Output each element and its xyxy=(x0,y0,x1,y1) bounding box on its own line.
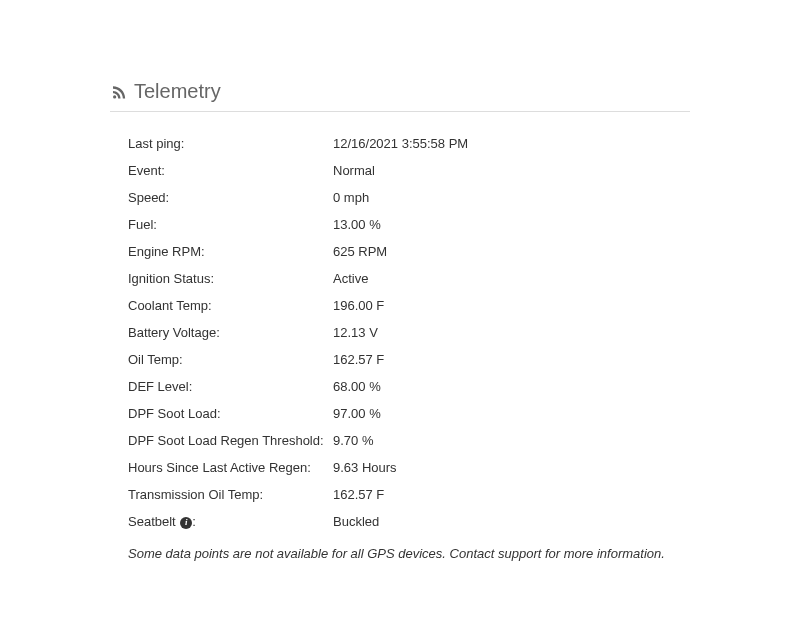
label-seatbelt-text: Seatbelt xyxy=(128,514,179,529)
info-icon[interactable]: i xyxy=(180,517,192,529)
panel-title: Telemetry xyxy=(134,80,221,103)
value-dpf-soot-load: 97.00 % xyxy=(333,407,690,420)
label-speed: Speed: xyxy=(128,191,333,204)
row-event: Event: Normal xyxy=(128,157,690,184)
row-hours-since-regen: Hours Since Last Active Regen: 9.63 Hour… xyxy=(128,454,690,481)
rss-icon xyxy=(110,83,128,101)
row-speed: Speed: 0 mph xyxy=(128,184,690,211)
row-seatbelt: Seatbelt i: Buckled xyxy=(128,508,690,536)
row-def-level: DEF Level: 68.00 % xyxy=(128,373,690,400)
label-coolant-temp: Coolant Temp: xyxy=(128,299,333,312)
value-last-ping: 12/16/2021 3:55:58 PM xyxy=(333,137,690,150)
label-battery-voltage: Battery Voltage: xyxy=(128,326,333,339)
label-dpf-regen-threshold: DPF Soot Load Regen Threshold: xyxy=(128,434,333,447)
label-oil-temp: Oil Temp: xyxy=(128,353,333,366)
row-fuel: Fuel: 13.00 % xyxy=(128,211,690,238)
label-seatbelt-colon: : xyxy=(192,514,196,529)
value-dpf-regen-threshold: 9.70 % xyxy=(333,434,690,447)
value-fuel: 13.00 % xyxy=(333,218,690,231)
label-event: Event: xyxy=(128,164,333,177)
value-def-level: 68.00 % xyxy=(333,380,690,393)
value-coolant-temp: 196.00 F xyxy=(333,299,690,312)
row-ignition-status: Ignition Status: Active xyxy=(128,265,690,292)
label-transmission-oil-temp: Transmission Oil Temp: xyxy=(128,488,333,501)
row-dpf-soot-load: DPF Soot Load: 97.00 % xyxy=(128,400,690,427)
row-transmission-oil-temp: Transmission Oil Temp: 162.57 F xyxy=(128,481,690,508)
row-dpf-regen-threshold: DPF Soot Load Regen Threshold: 9.70 % xyxy=(128,427,690,454)
value-speed: 0 mph xyxy=(333,191,690,204)
value-ignition-status: Active xyxy=(333,272,690,285)
label-ignition-status: Ignition Status: xyxy=(128,272,333,285)
value-transmission-oil-temp: 162.57 F xyxy=(333,488,690,501)
telemetry-panel-header: Telemetry xyxy=(110,80,690,112)
value-oil-temp: 162.57 F xyxy=(333,353,690,366)
row-engine-rpm: Engine RPM: 625 RPM xyxy=(128,238,690,265)
label-dpf-soot-load: DPF Soot Load: xyxy=(128,407,333,420)
row-oil-temp: Oil Temp: 162.57 F xyxy=(128,346,690,373)
telemetry-content: Last ping: 12/16/2021 3:55:58 PM Event: … xyxy=(110,130,690,561)
label-seatbelt: Seatbelt i: xyxy=(128,515,333,529)
row-last-ping: Last ping: 12/16/2021 3:55:58 PM xyxy=(128,130,690,157)
value-hours-since-regen: 9.63 Hours xyxy=(333,461,690,474)
row-battery-voltage: Battery Voltage: 12.13 V xyxy=(128,319,690,346)
value-seatbelt: Buckled xyxy=(333,515,690,529)
value-engine-rpm: 625 RPM xyxy=(333,245,690,258)
row-coolant-temp: Coolant Temp: 196.00 F xyxy=(128,292,690,319)
label-fuel: Fuel: xyxy=(128,218,333,231)
label-hours-since-regen: Hours Since Last Active Regen: xyxy=(128,461,333,474)
label-last-ping: Last ping: xyxy=(128,137,333,150)
value-battery-voltage: 12.13 V xyxy=(333,326,690,339)
label-def-level: DEF Level: xyxy=(128,380,333,393)
label-engine-rpm: Engine RPM: xyxy=(128,245,333,258)
value-event: Normal xyxy=(333,164,690,177)
footer-note: Some data points are not available for a… xyxy=(128,542,690,561)
